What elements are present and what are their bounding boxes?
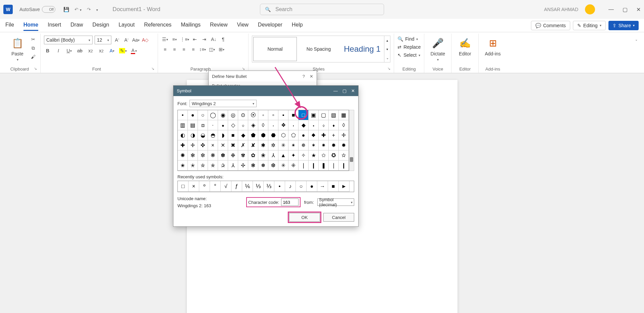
shrink-font-icon[interactable]: Aˇ — [123, 36, 130, 44]
symbol-cell[interactable]: ❆ — [268, 161, 278, 171]
share-button[interactable]: ⇪ Share ▾ — [608, 21, 639, 30]
recent-symbol-cell[interactable]: √ — [221, 181, 231, 192]
ribbon-collapse-icon[interactable]: ⌄ — [633, 36, 640, 43]
symbol-cell[interactable]: ◑ — [188, 130, 198, 140]
comments-button[interactable]: 💬 Comments — [531, 21, 570, 30]
tab-draw[interactable]: Draw — [70, 20, 83, 31]
find-button[interactable]: 🔍 Find ▾ — [397, 36, 418, 42]
symbol-cell[interactable]: × — [208, 140, 218, 150]
symbol-cell[interactable]: ❙ — [309, 161, 319, 171]
font-launcher-icon[interactable]: ↘ — [151, 66, 154, 71]
align-center-icon[interactable]: ≡ — [171, 46, 178, 53]
symbol-cell[interactable]: ⯁ — [309, 130, 319, 140]
clear-formatting-icon[interactable]: A◇ — [142, 36, 149, 44]
recent-symbol-cell[interactable]: ○ — [296, 181, 307, 192]
symbol-cell[interactable]: ❉ — [228, 150, 238, 161]
editing-mode-button[interactable]: ✎ Editing ▾ — [573, 21, 606, 30]
copy-icon[interactable]: ⧉ — [30, 44, 37, 52]
scroll-thumb[interactable] — [350, 157, 353, 162]
symbol-cell[interactable]: ⊙ — [238, 110, 248, 120]
symbol-cell[interactable]: ▧ — [329, 110, 339, 120]
symbol-cell[interactable]: ✺ — [178, 150, 188, 161]
italic-icon[interactable]: I — [55, 47, 62, 54]
symbol-cell[interactable]: ⬡ — [278, 130, 288, 140]
multilevel-list-icon[interactable]: ⋮≡▾ — [180, 36, 189, 43]
symbol-cell[interactable]: ◊ — [339, 120, 349, 130]
sort-icon[interactable]: A↓ — [210, 36, 217, 43]
symbol-cell[interactable]: ▥ — [178, 120, 188, 130]
symbol-cell[interactable]: ⬟ — [248, 130, 258, 140]
symbol-dialog-close-icon[interactable]: ✕ — [351, 88, 355, 93]
bold-icon[interactable]: B — [44, 47, 51, 54]
tab-layout[interactable]: Layout — [118, 20, 135, 31]
bullet-dialog-titlebar[interactable]: Define New Bullet ? ✕ — [209, 71, 317, 82]
symbol-cell[interactable]: ◇ — [228, 120, 238, 130]
symbol-cell[interactable]: ✜ — [198, 140, 208, 150]
justify-icon[interactable]: ≡ — [190, 46, 197, 53]
symbol-cell[interactable]: ◗ — [218, 130, 228, 140]
highlight-icon[interactable]: ✎▾ — [119, 47, 127, 54]
symbol-cell[interactable]: ✷ — [319, 140, 329, 150]
recent-symbol-cell[interactable]: º — [199, 181, 210, 192]
borders-icon[interactable]: ⊞▾ — [218, 46, 225, 53]
styles-launcher-icon[interactable]: ↘ — [387, 66, 390, 71]
symbol-cell[interactable]: ○ — [198, 110, 208, 120]
symbol-cell[interactable]: ◎ — [228, 110, 238, 120]
recent-symbol-cell[interactable]: ⅙ — [242, 181, 253, 192]
symbol-cell[interactable]: ❅ — [258, 161, 268, 171]
symbol-cell[interactable]: ⅄ — [268, 150, 278, 161]
from-combo[interactable]: Symbol (decimal)▾ — [317, 198, 354, 206]
symbol-cell[interactable]: ★ — [309, 150, 319, 161]
symbol-cell[interactable]: ✽ — [218, 150, 228, 161]
symbol-cell[interactable]: ✳ — [278, 161, 288, 171]
styles-up-icon[interactable]: ▴ — [384, 36, 390, 45]
symbol-cell[interactable]: ✶ — [309, 140, 319, 150]
bullets-icon[interactable]: ☰▾ — [161, 36, 169, 43]
autosave-toggle[interactable]: AutoSave Off — [19, 6, 55, 13]
avatar[interactable] — [585, 4, 595, 14]
editor-button[interactable]: ✍Editor — [455, 36, 475, 57]
strikethrough-icon[interactable]: ab — [76, 47, 84, 54]
symbol-cell[interactable]: ❚ — [319, 161, 329, 171]
symbol-cell[interactable]: ✯ — [208, 161, 218, 171]
close-icon[interactable]: ✕ — [636, 6, 641, 13]
symbol-cell[interactable]: ◐ — [178, 130, 188, 140]
symbol-cell[interactable]: ❋ — [208, 150, 218, 161]
character-code-input[interactable] — [281, 198, 299, 206]
dictate-button[interactable]: 🎤Dictate▾ — [428, 36, 448, 62]
autosave-switch[interactable]: Off — [42, 6, 55, 13]
cut-icon[interactable]: ✂ — [30, 36, 37, 43]
symbol-cell[interactable]: ● — [188, 110, 198, 120]
symbol-cell[interactable]: ✿ — [248, 150, 258, 161]
select-button[interactable]: ↖ Select ▾ — [397, 52, 420, 58]
symbol-cell[interactable]: ◊ — [258, 120, 268, 130]
tab-references[interactable]: References — [144, 20, 171, 31]
symbol-cell[interactable]: ◯ — [208, 110, 218, 120]
recent-symbol-cell[interactable]: ► — [339, 181, 350, 192]
underline-icon[interactable]: U ▾ — [65, 47, 73, 54]
symbol-cell[interactable]: ✻ — [188, 150, 198, 161]
tab-developer[interactable]: Developer — [258, 20, 282, 31]
recent-symbol-cell[interactable]: ● — [307, 181, 317, 192]
symbol-cell[interactable]: ✴ — [288, 140, 299, 150]
paste-button[interactable]: 📋 Paste ▾ — [7, 36, 28, 62]
symbol-cell[interactable]: ◈ — [248, 120, 258, 130]
symbol-cell[interactable]: ✕ — [218, 140, 228, 150]
symbol-cell[interactable]: ✧ — [299, 150, 309, 161]
symbol-cell[interactable]: ◆ — [299, 120, 309, 130]
symbol-cell[interactable]: ⬠ — [288, 130, 299, 140]
decrease-indent-icon[interactable]: ⇤ — [191, 36, 199, 43]
symbol-cell[interactable]: ✳ — [278, 140, 288, 150]
qat-more-icon[interactable]: ▾ — [95, 5, 99, 13]
symbol-cell[interactable]: ❘ — [329, 161, 339, 171]
tab-help[interactable]: Help — [292, 20, 303, 31]
symbol-cell[interactable]: ▤ — [188, 120, 198, 130]
symbol-cell[interactable]: ▦ — [339, 110, 349, 120]
tab-design[interactable]: Design — [93, 20, 109, 31]
symbol-cell[interactable]: ⬣ — [268, 130, 278, 140]
symbol-dialog-titlebar[interactable]: Symbol — ▢ ✕ — [173, 86, 358, 96]
font-name-combo[interactable]: Calibri (Body)▾ — [44, 36, 93, 44]
recent-symbol-cell[interactable]: ■ — [328, 181, 339, 192]
symbol-cell[interactable]: ✗ — [238, 140, 248, 150]
increase-indent-icon[interactable]: ⇥ — [201, 36, 208, 43]
